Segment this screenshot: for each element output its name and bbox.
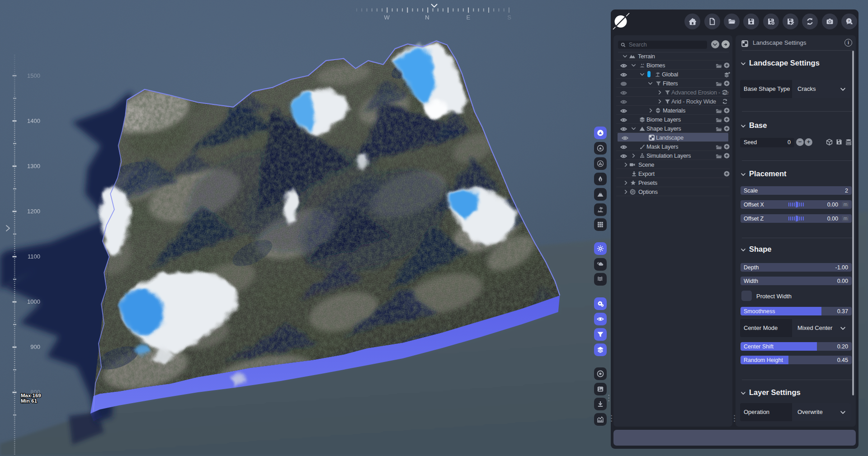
svg-text:1300: 1300: [27, 163, 40, 169]
svg-text:1400: 1400: [27, 118, 40, 124]
svg-text:1500: 1500: [27, 72, 40, 79]
svg-text:E: E: [466, 14, 470, 21]
svg-text:Max 169: Max 169: [21, 393, 41, 398]
svg-text:1000: 1000: [27, 298, 40, 305]
svg-text:Min 61: Min 61: [21, 398, 37, 404]
svg-text:W: W: [384, 14, 390, 21]
svg-text:?: ?: [848, 19, 850, 23]
svg-text:1200: 1200: [27, 208, 40, 215]
svg-text:1100: 1100: [28, 253, 40, 260]
svg-text:N: N: [425, 14, 429, 21]
svg-text:S: S: [507, 14, 511, 21]
svg-text:900: 900: [30, 343, 40, 350]
